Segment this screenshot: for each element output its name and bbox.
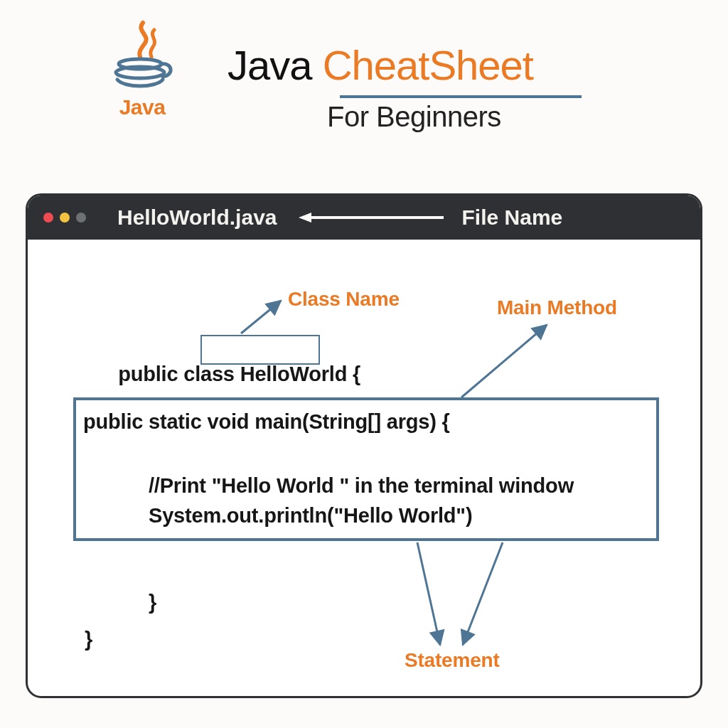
java-logo-text: Java [100, 95, 185, 119]
title-part-cheatsheet: CheatSheet [323, 42, 533, 88]
label-statement: Statement [405, 649, 500, 672]
code-line-1: public class HelloWorld { [85, 339, 360, 410]
class-identifier: HelloWorld [240, 363, 348, 385]
traffic-lights [43, 213, 86, 223]
file-name-annotation: File Name [462, 205, 563, 230]
svg-line-7 [463, 542, 503, 645]
code-line-3: //Print "Hello World " in the terminal w… [149, 474, 574, 498]
code-line-6: } [85, 628, 92, 651]
page-subtitle: For Beginners [327, 101, 501, 133]
arrow-left-icon [297, 210, 446, 225]
code-line-4: System.out.println("Hello World") [149, 504, 472, 528]
close-icon [43, 213, 53, 223]
code-line-5: } [149, 591, 156, 614]
code-window: HelloWorld.java File Name Class Name Mai… [26, 193, 702, 698]
java-logo: Java [100, 20, 185, 119]
kw-public-class: public class [118, 363, 240, 385]
page-title: Java CheatSheet [228, 41, 533, 89]
brace-open: { [347, 363, 360, 385]
svg-line-6 [417, 542, 440, 645]
zoom-icon [76, 213, 86, 223]
file-name: HelloWorld.java [117, 205, 277, 230]
svg-line-5 [461, 325, 547, 397]
label-main-method: Main Method [497, 296, 617, 319]
svg-point-1 [116, 67, 164, 78]
title-underline [340, 95, 582, 98]
svg-line-4 [241, 301, 281, 333]
title-part-java: Java [228, 42, 323, 88]
minimize-icon [60, 213, 70, 223]
code-area: Class Name Main Method Statement public … [28, 240, 700, 696]
label-class-name: Class Name [288, 288, 400, 311]
window-titlebar: HelloWorld.java File Name [28, 196, 700, 240]
code-line-2: public static void main(String[] args) { [83, 410, 450, 434]
header: Java Java CheatSheet For Beginners [0, 14, 728, 156]
java-cup-icon [103, 20, 181, 98]
svg-marker-3 [299, 213, 311, 223]
